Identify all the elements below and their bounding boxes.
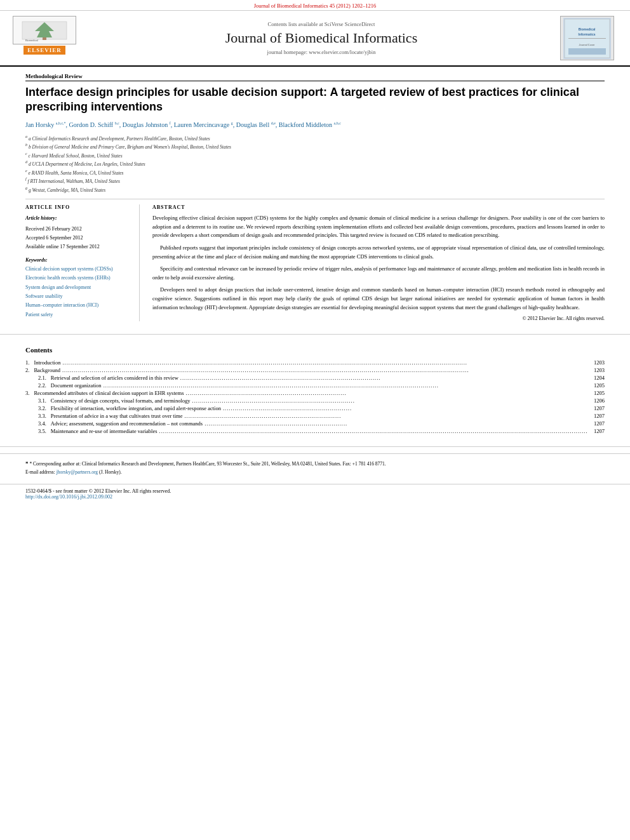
keywords-label: Keywords: [25, 257, 131, 263]
abstract-para-2: Published reports suggest that important… [152, 244, 605, 261]
affiliation-a: a a Clinical Informatics Research and De… [25, 134, 605, 143]
affiliation-b: b b Division of General Medicine and Pri… [25, 142, 605, 151]
affiliations-list: a a Clinical Informatics Research and De… [25, 134, 605, 200]
affiliation-g: g g Westat, Cambridge, MA, United States [25, 185, 605, 194]
toc-item-2: 2. Background ..........................… [25, 366, 605, 374]
toc-num-2: 2. [25, 367, 29, 373]
svg-text:Journal Cover: Journal Cover [579, 43, 596, 46]
bottom-bar: 1532-0464/$ - see front matter © 2012 El… [0, 484, 630, 503]
toc-page-2: 1203 [594, 367, 605, 373]
toc-list: 1. Introduction ........................… [25, 359, 605, 435]
keyword-6: Patient safety [25, 310, 131, 319]
elsevier-brand-label: ELSEVIER [23, 46, 65, 55]
article-info-label: ARTICLE INFO [25, 204, 131, 210]
toc-item-3-5: 3.5. Maintenance and re-use of intermedi… [25, 427, 605, 435]
journal-title-area: Contents lists available at SciVerse Sci… [89, 21, 554, 55]
authors-text: Jan Horsky a,b,c,*, Gordon D. Schiff b,c… [25, 121, 341, 128]
abstract-para-1: Developing effective clinical decision s… [152, 214, 605, 240]
email-link[interactable]: jhorsky@partners.org [57, 469, 98, 475]
affiliation-f: f f RTI International, Waltham, MA, Unit… [25, 177, 605, 185]
authors-line: Jan Horsky a,b,c,*, Gordon D. Schiff b,c… [25, 120, 605, 130]
toc-item-3: 3. Recommended attributes of clinical de… [25, 389, 605, 397]
journal-cover-area: Biomedical Informatics Journal Cover [560, 16, 617, 60]
toc-dots-3-3: ........................................… [184, 413, 592, 419]
svg-text:Biomedical: Biomedical [25, 39, 38, 42]
elsevier-logo-area: Biomedical Informatics ELSEVIER [13, 16, 83, 60]
svg-text:Informatics: Informatics [579, 32, 596, 36]
toc-page-3-1: 1206 [594, 397, 605, 404]
affiliation-c: c c Harvard Medical School, Boston, Unit… [25, 151, 605, 160]
corresponding-author-text: * Corresponding author at: Clinical Info… [29, 461, 385, 467]
toc-page-1: 1203 [594, 359, 605, 366]
abstract-column: ABSTRACT Developing effective clinical d… [152, 204, 605, 321]
toc-label-3-2: Flexibility of interaction, workflow int… [51, 405, 221, 411]
email-person: (J. Horsky). [99, 469, 122, 475]
keywords-section: Keywords: Clinical decision support syst… [25, 257, 131, 319]
toc-dots-2: ........................................… [62, 367, 592, 373]
toc-label-3-3: Presentation of advice in a way that cul… [51, 413, 183, 419]
svg-rect-9 [568, 38, 606, 39]
journal-cover-thumbnail: Biomedical Informatics Journal Cover [560, 16, 614, 60]
svg-rect-2 [43, 37, 46, 40]
abstract-para-3: Specificity and contextual relevance can… [152, 265, 605, 282]
toc-page-2-1: 1204 [594, 375, 605, 381]
doi-link[interactable]: http://dx.doi.org/10.1016/j.jbi.2012.09.… [25, 494, 112, 500]
journal-citation: Journal of Biomedical Informatics 45 (20… [254, 3, 377, 9]
toc-label-3: Recommended attributes of clinical decis… [34, 390, 184, 396]
toc-item-3-2: 3.2. Flexibility of interaction, workflo… [25, 404, 605, 412]
toc-dots-2-2: ........................................… [104, 382, 592, 389]
toc-dots-3: ........................................… [185, 390, 592, 396]
main-content-area: Methodological Review Interface design p… [0, 67, 630, 328]
toc-label-3-4: Advice; assessment, suggestion and recom… [51, 420, 203, 427]
email-line: E-mail address: jhorsky@partners.org (J.… [25, 469, 605, 476]
toc-num-3-2: 3.2. [38, 405, 46, 411]
toc-label-3-5: Maintenance and re-use of intermediate v… [51, 428, 158, 434]
elsevier-tree-icon: Biomedical Informatics [19, 18, 70, 43]
affiliation-e: e e RAND Health, Santa Monica, CA, Unite… [25, 168, 605, 177]
keyword-4: Software usability [25, 292, 131, 301]
contents-section: Contents 1. Introduction ...............… [0, 341, 630, 440]
toc-page-2-2: 1205 [594, 382, 605, 389]
copyright-notice: © 2012 Elsevier Inc. All rights reserved… [152, 316, 605, 321]
footnote-star: * [25, 460, 29, 467]
cover-image-icon: Biomedical Informatics Journal Cover [563, 18, 611, 59]
keyword-5: Human–computer interaction (HCI) [25, 301, 131, 310]
toc-item-3-1: 3.1. Consistency of design concepts, vis… [25, 397, 605, 404]
contents-title: Contents [25, 346, 605, 354]
keyword-2: Electronic health records systems (EHRs) [25, 274, 131, 283]
abstract-para-4: Developers need to adopt design practice… [152, 286, 605, 312]
toc-page-3-4: 1207 [594, 420, 605, 427]
toc-dots-3-2: ........................................… [223, 405, 592, 411]
affiliation-d: d d UCLA Department of Medicine, Los Ang… [25, 159, 605, 168]
elsevier-logo: Biomedical Informatics ELSEVIER [13, 16, 76, 60]
toc-item-3-4: 3.4. Advice; assessment, suggestion and … [25, 420, 605, 427]
toc-dots-3-1: ........................................… [192, 397, 592, 404]
accepted-date: Accepted 6 September 2012 [25, 234, 131, 243]
toc-label-2-1: Retrieval and selection of articles cons… [51, 375, 178, 381]
toc-num-2-1: 2.1. [38, 375, 46, 381]
abstract-label: ABSTRACT [152, 204, 605, 210]
toc-label-1: Introduction [34, 359, 60, 366]
toc-num-3-4: 3.4. [38, 420, 46, 427]
toc-label-3-1: Consistency of design concepts, visual f… [51, 397, 191, 404]
section-divider [0, 334, 630, 335]
toc-dots-1: ........................................… [62, 359, 592, 366]
toc-dots-3-4: ........................................… [204, 420, 592, 427]
toc-label-2-2: Document organization [51, 382, 102, 389]
article-title: Interface design principles for usable d… [25, 85, 605, 115]
svg-rect-11 [568, 48, 606, 55]
toc-num-2-2: 2.2. [38, 382, 46, 389]
keyword-1: Clinical decision support systems (CDSSs… [25, 265, 131, 274]
toc-item-1: 1. Introduction ........................… [25, 359, 605, 366]
article-history: Article history: Received 26 February 20… [25, 214, 131, 252]
toc-page-3: 1205 [594, 390, 605, 396]
article-type-label: Methodological Review [25, 73, 605, 81]
toc-dots-2-1: ........................................… [180, 375, 592, 381]
toc-num-3-3: 3.3. [38, 413, 46, 419]
abstract-text: Developing effective clinical decision s… [152, 214, 605, 312]
doi-line: http://dx.doi.org/10.1016/j.jbi.2012.09.… [25, 494, 605, 500]
issn-line: 1532-0464/$ - see front matter © 2012 El… [25, 488, 605, 494]
journal-header: Biomedical Informatics ELSEVIER Contents… [0, 11, 630, 67]
elsevier-emblem: Biomedical Informatics [13, 16, 76, 44]
svg-text:Biomedical: Biomedical [579, 27, 596, 31]
